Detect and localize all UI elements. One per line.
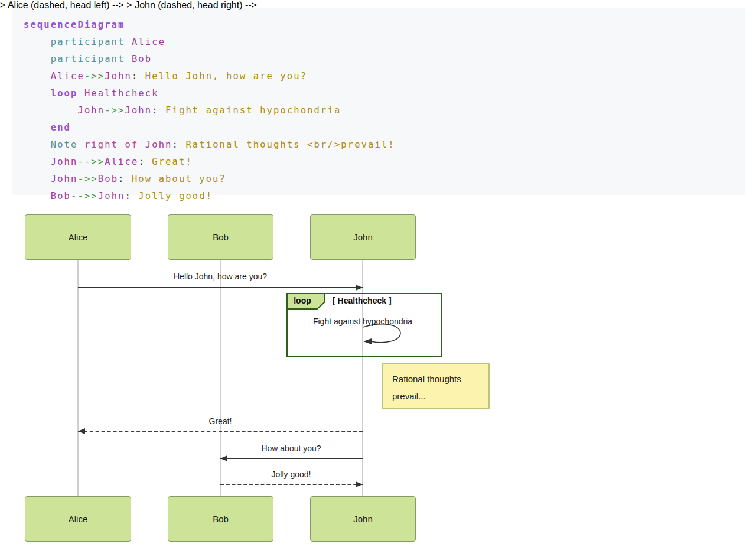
page: { "code": { "lines": [ [{"t":"sequenceDi… [0,0,756,557]
loop-title: [ Healthcheck ] [333,296,392,305]
actor-label: Bob [213,232,229,242]
actor-box-bob-bottom: Bob [168,496,273,542]
sequence-diagram: Alice Bob John Hello John, how are you? … [0,0,756,557]
arrowhead-icon [356,285,363,291]
arrowhead-icon [78,428,85,434]
note-line: Rational thoughts [392,370,479,387]
message-label: How about you? [261,444,321,453]
actor-label: Alice [69,232,88,242]
arrowhead-icon [220,455,227,461]
message-arrow-line [220,458,363,459]
loop-label: loop [286,296,318,305]
actor-box-bob-top: Bob [168,214,273,260]
arrowhead-icon [356,481,363,487]
actor-box-john-top: John [310,214,416,260]
self-loop-arrow [361,324,405,346]
lifeline-alice [77,260,79,496]
actor-label: Alice [69,514,88,524]
actor-box-john-bottom: John [310,496,416,542]
message-arrow-line [78,287,363,288]
actor-label: John [353,232,373,242]
actor-label: John [353,514,373,524]
message-label: Jolly good! [272,470,311,479]
actor-label: Bob [213,514,229,524]
message-arrow-line [220,484,363,485]
actor-box-alice-bottom: Alice [25,496,131,542]
note-box: Rational thoughts prevail... [382,363,490,409]
actor-box-alice-top: Alice [25,214,131,260]
message-label: Great! [209,416,232,426]
message-label: Hello John, how are you? [174,272,267,281]
note-line: prevail... [392,387,479,405]
message-arrow-line [78,431,363,432]
